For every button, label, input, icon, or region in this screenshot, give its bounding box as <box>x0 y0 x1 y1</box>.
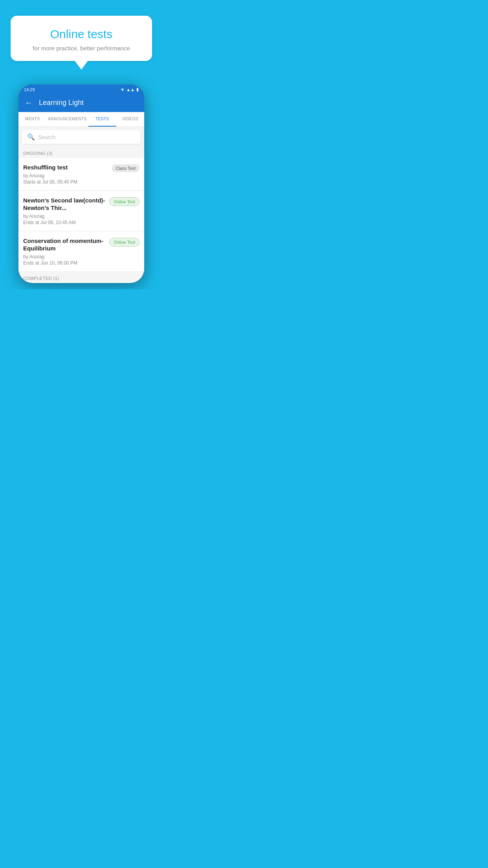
test-time-reshuffling: Starts at Jul 05, 05:45 PM <box>23 179 108 185</box>
ongoing-section-header: ONGOING (3) <box>18 147 144 158</box>
app-header: ← Learning Light <box>18 94 144 112</box>
search-placeholder: Search <box>38 134 55 140</box>
test-author-reshuffling: by Anurag <box>23 173 108 178</box>
battery-icon: ▮ <box>136 87 139 92</box>
test-author-conservation: by Anurag <box>23 254 105 259</box>
phone-mockup: 14:29 ▼ ▲▲ ▮ ← Learning Light MENTS ANNO… <box>18 85 144 283</box>
hero-section: Online tests for more practice, better p… <box>0 0 163 85</box>
speech-bubble: Online tests for more practice, better p… <box>11 16 152 61</box>
search-bar[interactable]: 🔍 Search <box>22 130 140 144</box>
test-time-newtons: Ends at Jul 06, 10:45 AM <box>23 220 105 225</box>
bubble-subtitle: for more practice, better performance <box>22 45 140 51</box>
test-name-conservation: Conservation of momentum-Equilibrium <box>23 237 105 252</box>
test-author-newtons: by Anurag <box>23 213 105 219</box>
test-time-conservation: Ends at Jun 10, 06:00 PM <box>23 260 105 266</box>
tab-announcements[interactable]: ANNOUNCEMENTS <box>46 112 88 127</box>
test-badge-conservation: Online Test <box>109 238 139 246</box>
search-container: 🔍 Search <box>18 127 144 147</box>
search-icon: 🔍 <box>27 133 35 141</box>
test-badge-reshuffling: Class Test <box>112 164 139 172</box>
test-card-newtons[interactable]: Newton's Second law(contd)-Newton's Thir… <box>18 191 144 231</box>
test-badge-newtons: Online Test <box>109 197 139 206</box>
wifi-icon: ▼ <box>120 87 125 92</box>
bubble-title: Online tests <box>22 28 140 41</box>
test-info-reshuffling: Reshuffling test by Anurag Starts at Jul… <box>23 164 112 185</box>
status-bar: 14:29 ▼ ▲▲ ▮ <box>18 85 144 94</box>
test-card-conservation[interactable]: Conservation of momentum-Equilibrium by … <box>18 232 144 272</box>
test-info-conservation: Conservation of momentum-Equilibrium by … <box>23 237 109 266</box>
app-title: Learning Light <box>39 99 84 107</box>
tab-ments[interactable]: MENTS <box>18 112 46 127</box>
phone-wrapper: 14:29 ▼ ▲▲ ▮ ← Learning Light MENTS ANNO… <box>0 85 163 283</box>
test-card-reshuffling[interactable]: Reshuffling test by Anurag Starts at Jul… <box>18 158 144 191</box>
test-name-reshuffling: Reshuffling test <box>23 164 108 171</box>
signal-icon: ▲▲ <box>126 87 135 92</box>
tab-videos[interactable]: VIDEOS <box>116 112 144 127</box>
test-info-newtons: Newton's Second law(contd)-Newton's Thir… <box>23 197 109 225</box>
phone-screen: 🔍 Search ONGOING (3) Reshuffling test by… <box>18 127 144 283</box>
test-name-newtons: Newton's Second law(contd)-Newton's Thir… <box>23 197 105 212</box>
status-icons: ▼ ▲▲ ▮ <box>120 87 139 92</box>
tab-bar: MENTS ANNOUNCEMENTS TESTS VIDEOS <box>18 112 144 127</box>
status-time: 14:29 <box>24 87 35 92</box>
tab-tests[interactable]: TESTS <box>88 112 116 127</box>
back-button[interactable]: ← <box>25 98 33 107</box>
completed-section-header: COMPLETED (1) <box>18 272 144 283</box>
